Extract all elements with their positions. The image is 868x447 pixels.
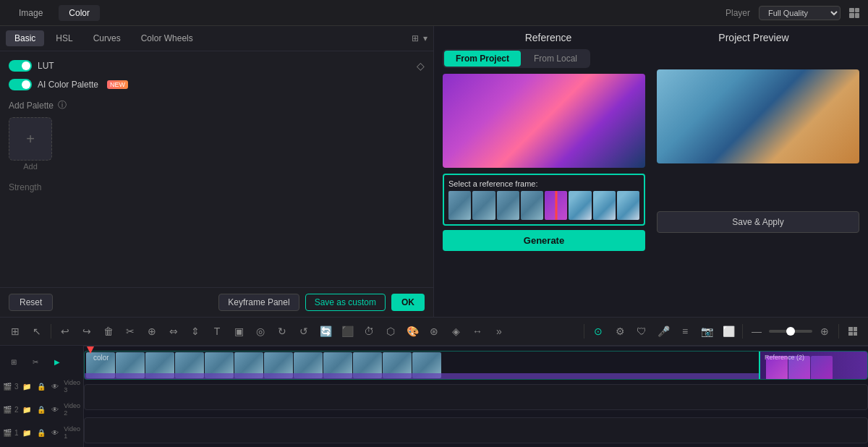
track3-eye[interactable]: 👁 xyxy=(50,377,61,396)
tool-record[interactable]: ⊙ xyxy=(589,322,608,341)
tool-mic[interactable]: 🎤 xyxy=(654,322,673,341)
track2-lock[interactable]: 🔒 xyxy=(35,400,47,419)
save-as-custom-button[interactable]: Save as custom xyxy=(305,294,386,311)
expand-icon[interactable]: ⊞ xyxy=(412,33,419,43)
quality-select[interactable]: Full Quality Half Quality Quarter Qualit… xyxy=(759,6,841,20)
frame-thumb-1[interactable] xyxy=(448,191,471,220)
tab-color-wheels[interactable]: Color Wheels xyxy=(132,30,202,46)
diamond-icon[interactable]: ◇ xyxy=(417,60,425,72)
tab-curves[interactable]: Curves xyxy=(85,30,129,46)
frame-strip[interactable] xyxy=(448,191,639,220)
tool-square[interactable]: ⬜ xyxy=(719,322,738,341)
tool-crop[interactable]: ⇔ xyxy=(164,322,183,341)
track-1-empty[interactable] xyxy=(84,417,868,443)
reference-preview-image[interactable] xyxy=(443,74,645,168)
track1-eye[interactable]: 👁 xyxy=(50,423,61,442)
footer-btn-group: Keyframe Panel Save as custom OK xyxy=(218,294,425,311)
zoom-out-icon[interactable]: — xyxy=(747,322,766,341)
frame-thumb-5-selected[interactable] xyxy=(545,191,567,220)
frame-thumb-3[interactable] xyxy=(497,191,519,220)
tool-transform[interactable]: ⇕ xyxy=(186,322,205,341)
frame-thumb-2[interactable] xyxy=(472,191,495,220)
panel-content: LUT ◇ AI Color Palette NEW Add Palette ⓘ… xyxy=(0,51,433,287)
tab-basic[interactable]: Basic xyxy=(6,30,44,46)
main-area: Basic HSL Curves Color Wheels ⊞ ▾ LUT ◇ … xyxy=(0,26,868,317)
reference-title: Reference xyxy=(446,32,651,43)
tab-hsl[interactable]: HSL xyxy=(47,30,81,46)
tool-undo[interactable]: ↩ xyxy=(56,322,75,341)
tool-more[interactable]: » xyxy=(490,322,509,341)
tool-cut[interactable]: ✂ xyxy=(121,322,140,341)
grid-view-icon[interactable] xyxy=(849,8,859,18)
tool-circle[interactable]: ◎ xyxy=(251,322,270,341)
timeline-tool-1[interactable]: ⊞ xyxy=(4,352,23,371)
ok-button[interactable]: OK xyxy=(391,294,425,311)
timeline-tool-2[interactable]: ✂ xyxy=(26,352,45,371)
frame-thumb-7[interactable] xyxy=(593,191,616,220)
top-bar: Image Color Player Full Quality Half Qua… xyxy=(0,0,868,26)
track2-eye[interactable]: 👁 xyxy=(50,400,61,419)
track3-folder[interactable]: 📁 xyxy=(22,377,33,396)
tool-list[interactable]: ≡ xyxy=(676,322,694,341)
generate-button[interactable]: Generate xyxy=(443,230,645,251)
zoom-slider-thumb[interactable] xyxy=(786,327,795,336)
tool-rotate-ccw[interactable]: ↺ xyxy=(294,322,313,341)
ref-clip[interactable]: Reference (2) xyxy=(759,352,867,379)
add-palette-button[interactable]: + xyxy=(9,117,52,161)
tool-mask[interactable]: ⊛ xyxy=(425,322,443,341)
chevron-down-icon[interactable]: ▾ xyxy=(423,33,427,43)
ref-thumb-3 xyxy=(811,356,833,379)
tool-delete[interactable]: 🗑 xyxy=(99,322,118,341)
sep-3 xyxy=(742,324,743,339)
reference-section: From Project From Local Select a referen… xyxy=(434,49,651,317)
tool-fit[interactable]: ↔ xyxy=(468,322,487,341)
ai-palette-toggle[interactable] xyxy=(9,79,32,90)
tool-shield[interactable]: 🛡 xyxy=(632,322,651,341)
tool-paint[interactable]: 🎨 xyxy=(403,322,422,341)
tool-rect[interactable]: ▣ xyxy=(229,322,248,341)
track2-folder[interactable]: 📁 xyxy=(22,400,33,419)
track2-num: 2 xyxy=(14,406,19,414)
info-icon[interactable]: ⓘ xyxy=(58,99,67,111)
track3-lock[interactable]: 🔒 xyxy=(35,377,47,396)
tab-image[interactable]: Image xyxy=(9,5,53,21)
zoom-slider[interactable] xyxy=(769,330,812,333)
zoom-in-icon[interactable]: ⊕ xyxy=(815,322,834,341)
tool-effects[interactable]: 🔄 xyxy=(316,322,335,341)
reset-button[interactable]: Reset xyxy=(9,294,53,311)
tool-color[interactable]: ⬛ xyxy=(338,322,357,341)
from-local-tab[interactable]: From Local xyxy=(522,51,589,67)
strength-label: Strength xyxy=(9,182,425,192)
tool-hex[interactable]: ⬡ xyxy=(381,322,400,341)
tool-select[interactable]: ⊞ xyxy=(6,322,25,341)
track-2-empty[interactable] xyxy=(84,384,868,410)
frame-thumb-8[interactable] xyxy=(617,191,639,220)
track1-folder[interactable]: 📁 xyxy=(22,423,33,442)
tool-cursor[interactable]: ↖ xyxy=(27,322,46,341)
from-project-tab[interactable]: From Project xyxy=(444,51,521,67)
tool-rotate-cw[interactable]: ↻ xyxy=(273,322,292,341)
tool-timer[interactable]: ⏱ xyxy=(359,322,378,341)
timeline-tool-3[interactable]: ▶ xyxy=(48,352,67,371)
tool-split[interactable]: ⊕ xyxy=(142,322,161,341)
save-apply-button[interactable]: Save & Apply xyxy=(657,211,859,233)
panel-tab-icons: ⊞ ▾ xyxy=(412,33,427,43)
track-3-clip[interactable]: color xyxy=(84,351,868,380)
keyframe-panel-button[interactable]: Keyframe Panel xyxy=(218,294,299,311)
layout-icon[interactable] xyxy=(843,322,862,341)
tool-camera[interactable]: 📷 xyxy=(697,322,716,341)
project-preview-image[interactable] xyxy=(657,69,859,163)
lut-toggle[interactable] xyxy=(9,60,32,72)
tool-text[interactable]: T xyxy=(208,322,226,341)
tool-arrow[interactable]: ◈ xyxy=(446,322,465,341)
plus-icon: + xyxy=(26,131,35,148)
timeline-controls: ⊞ ✂ ▶ 🎬 3 📁 🔒 👁 Video 3 🎬 2 📁 🔒 👁 Video … xyxy=(0,346,84,447)
track2-label: Video 2 xyxy=(64,402,80,417)
frame-thumb-4[interactable] xyxy=(521,191,543,220)
frame-thumb-6[interactable] xyxy=(569,191,591,220)
tool-redo[interactable]: ↪ xyxy=(77,322,96,341)
tab-color[interactable]: Color xyxy=(59,5,100,21)
tool-settings[interactable]: ⚙ xyxy=(610,322,629,341)
track-control-2: 🎬 2 📁 🔒 👁 Video 2 xyxy=(3,400,80,419)
track1-lock[interactable]: 🔒 xyxy=(35,423,47,442)
